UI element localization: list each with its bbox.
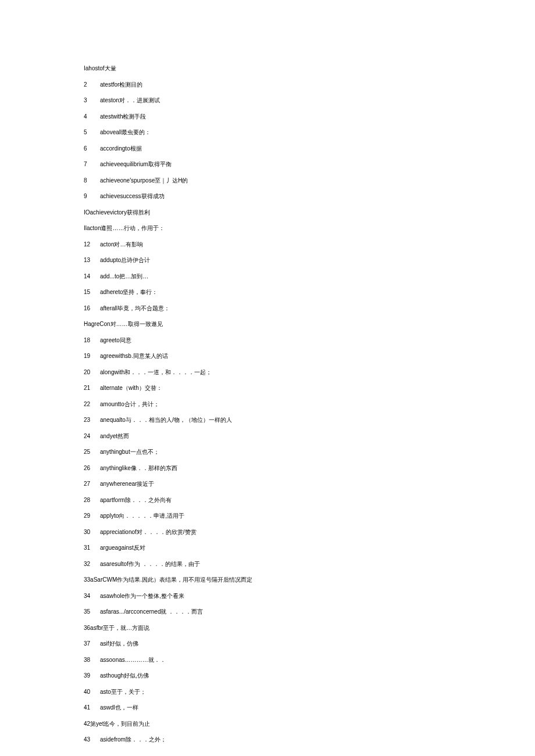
line-text: ateston对．．进展测试 bbox=[100, 97, 160, 103]
line-number: 26 bbox=[84, 465, 100, 471]
line-text: aboveall最虫要的： bbox=[100, 129, 151, 135]
list-item: IOachievevictory获得胜利 bbox=[84, 210, 535, 216]
line-text: achieveequilibrium取得平衡 bbox=[100, 161, 172, 167]
line-number: 12 bbox=[84, 242, 100, 248]
list-item: 19agreewithsb.同意某人的话 bbox=[84, 353, 535, 359]
line-number: 14 bbox=[84, 274, 100, 280]
line-number: 41 bbox=[84, 705, 100, 711]
line-text: achieveone'spurpose至｜丿达H的 bbox=[100, 177, 188, 184]
line-number: 30 bbox=[84, 529, 100, 535]
line-text: achievesuccess获得成功 bbox=[100, 193, 165, 199]
line-text: alongwith和．．．一道，和．．．．一起； bbox=[100, 369, 212, 375]
line-text: acton对…有影响 bbox=[100, 241, 143, 248]
line-text: assoonas…………就．． bbox=[100, 657, 166, 663]
line-number: 20 bbox=[84, 370, 100, 375]
line-number: 2 bbox=[84, 82, 100, 88]
line-number: 43 bbox=[84, 737, 100, 743]
line-number: 27 bbox=[84, 481, 100, 487]
line-text: Ilacton遵照……行动，作用于： bbox=[84, 225, 165, 231]
line-text: afterall毕竟，均不合题意： bbox=[100, 305, 170, 311]
line-number: 34 bbox=[84, 593, 100, 599]
line-number: 13 bbox=[84, 257, 100, 263]
line-text: agreeto同意 bbox=[100, 337, 131, 343]
line-text: add...to把…加到… bbox=[100, 273, 148, 280]
line-text: anequalto与．．．相当的人/物，（地位）一样的人 bbox=[100, 417, 232, 423]
list-item: 12acton对…有影响 bbox=[84, 242, 535, 248]
list-item: 13addupto总诗伊合计 bbox=[84, 257, 535, 263]
line-number: 18 bbox=[84, 338, 100, 343]
line-number: 9 bbox=[84, 194, 100, 199]
line-text: anythinglike像．．那样的东西 bbox=[100, 465, 177, 471]
list-item: 23anequalto与．．．相当的人/物，（地位）一样的人 bbox=[84, 417, 535, 423]
line-number: 29 bbox=[84, 513, 100, 519]
line-text: HagreCon对……取得一致遨见 bbox=[84, 321, 163, 327]
list-item: 26anythinglike像．．那样的东西 bbox=[84, 465, 535, 471]
line-text: argueagainst反对 bbox=[100, 544, 145, 551]
list-item: 36asfbr至于，就…方面说 bbox=[84, 625, 535, 631]
list-item: 24andyet然而 bbox=[84, 433, 535, 439]
list-item: 3ateston对．．进展测试 bbox=[84, 98, 535, 103]
list-item: 29applyto向．．．．．申请,适用于 bbox=[84, 513, 535, 519]
line-number: 21 bbox=[84, 385, 100, 391]
line-number: 19 bbox=[84, 353, 100, 359]
list-item: 40asto至于，关于； bbox=[84, 689, 535, 695]
list-item: 9achievesuccess获得成功 bbox=[84, 194, 535, 199]
list-item: 7achieveequilibrium取得平衡 bbox=[84, 162, 535, 167]
line-number: 40 bbox=[84, 689, 100, 695]
line-text: asfaras.../arcconcerned就 ．．．．而言 bbox=[100, 608, 203, 615]
line-text: 42第yet迄今，到目前为止 bbox=[84, 721, 150, 727]
document-page: Iahostof大量2atestfor检测目的3ateston对．．进展测试4a… bbox=[0, 0, 535, 743]
list-item: HagreCon对……取得一致遨见 bbox=[84, 321, 535, 327]
line-number: 24 bbox=[84, 433, 100, 439]
list-item: 41aswdl也，一样 bbox=[84, 705, 535, 711]
list-item: 16afterall毕竟，均不合题意： bbox=[84, 306, 535, 311]
line-text: IOachievevictory获得胜利 bbox=[84, 209, 150, 216]
line-text: atestwith检测手段 bbox=[100, 113, 146, 120]
line-text: asidefrom除．．．之外； bbox=[100, 736, 166, 743]
list-item: 20alongwith和．．．一道，和．．．．一起； bbox=[84, 370, 535, 375]
line-number: 23 bbox=[84, 417, 100, 423]
list-item: 30appreciationof对．．．．的欣赏/赞赏 bbox=[84, 529, 535, 535]
list-item: Iahostof大量 bbox=[84, 66, 535, 71]
line-text: anywherenear接近于 bbox=[100, 481, 154, 487]
list-item: 37asif好似，仿佛 bbox=[84, 641, 535, 647]
list-item: 6accordingto根据 bbox=[84, 146, 535, 152]
line-number: 22 bbox=[84, 402, 100, 407]
line-number: 16 bbox=[84, 306, 100, 311]
list-item: 25anythingbut一点也不； bbox=[84, 449, 535, 455]
line-text: adhereto坚持，奉行： bbox=[100, 289, 158, 295]
line-text: addupto总诗伊合计 bbox=[100, 257, 150, 263]
line-number: 37 bbox=[84, 641, 100, 647]
line-number: 32 bbox=[84, 561, 100, 567]
line-number: 5 bbox=[84, 130, 100, 135]
line-text: asawhole作为一个整体,整个看来 bbox=[100, 593, 184, 599]
list-item: 27anywherenear接近于 bbox=[84, 481, 535, 487]
list-item: 14add...to把…加到… bbox=[84, 274, 535, 280]
line-text: Iahostof大量 bbox=[84, 65, 116, 71]
list-item: Ilacton遵照……行动，作用于： bbox=[84, 225, 535, 231]
line-number: 8 bbox=[84, 178, 100, 184]
list-item: 34asawhole作为一个整体,整个看来 bbox=[84, 593, 535, 599]
line-number: 7 bbox=[84, 162, 100, 167]
line-number: 38 bbox=[84, 657, 100, 663]
line-number: 15 bbox=[84, 289, 100, 295]
list-item: 2atestfor检测目的 bbox=[84, 82, 535, 88]
line-text: 33aSarCWM作为结果.因此）表结果，用不用逗号隔开后情况而定 bbox=[84, 576, 252, 583]
list-item: 32asaresultof作为 ．．．．的结果，由于 bbox=[84, 561, 535, 567]
line-number: 6 bbox=[84, 146, 100, 152]
line-number: 28 bbox=[84, 497, 100, 503]
line-text: appreciationof对．．．．的欣赏/赞赏 bbox=[100, 529, 197, 535]
line-number: 31 bbox=[84, 545, 100, 551]
line-text: agreewithsb.同意某人的话 bbox=[100, 353, 168, 359]
list-item: 5aboveall最虫要的： bbox=[84, 130, 535, 135]
line-number: 3 bbox=[84, 98, 100, 103]
line-text: asaresultof作为 ．．．．的结果，由于 bbox=[100, 561, 200, 567]
line-number: 25 bbox=[84, 449, 100, 455]
line-text: amountto合计，共计； bbox=[100, 401, 159, 407]
list-item: 4atestwith检测手段 bbox=[84, 114, 535, 120]
line-number: 35 bbox=[84, 609, 100, 615]
list-item: 28apartform除．．．之外尚有 bbox=[84, 497, 535, 503]
line-text: asto至于，关于； bbox=[100, 689, 146, 695]
list-item: 31argueagainst反对 bbox=[84, 545, 535, 551]
line-text: anythingbut一点也不； bbox=[100, 449, 159, 455]
